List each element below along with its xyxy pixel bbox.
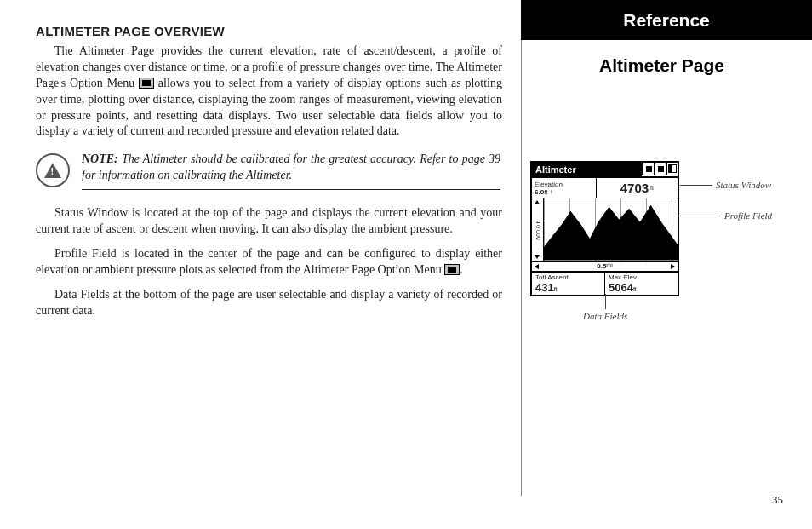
main-column: ALTIMETER PAGE OVERVIEW The Altimeter Pa… bbox=[36, 24, 521, 512]
elevation-value: 4703ft bbox=[597, 178, 678, 198]
side-title: Altimeter Page bbox=[537, 55, 786, 76]
paragraph-datafields: Data Fields at the bottom of the page ar… bbox=[36, 287, 502, 319]
callout-profile: Profile Field bbox=[724, 210, 772, 221]
device-figure: Altimeter Elevation 6.0ft ↑ 4703ft bbox=[530, 161, 780, 296]
zoom-down-icon bbox=[535, 255, 540, 259]
device-status-window: Elevation 6.0ft ↑ 4703ft bbox=[532, 178, 678, 198]
section-heading: ALTIMETER PAGE OVERVIEW bbox=[36, 24, 502, 38]
x-scale-value: 0.5mi bbox=[597, 262, 613, 270]
option-menu-icon bbox=[444, 264, 460, 275]
data-field-right: Max Elev 5064ft bbox=[605, 273, 678, 295]
scroll-right-icon bbox=[671, 264, 675, 269]
note-block: NOTE: The Altimeter should be calibrated… bbox=[36, 148, 502, 198]
y-axis-label: 600.0 ft bbox=[535, 220, 540, 239]
device-x-scale: 0.5mi bbox=[532, 262, 678, 273]
leader-line bbox=[605, 294, 606, 309]
scroll-left-icon bbox=[535, 264, 539, 269]
device-data-fields: Totl Ascent 431ft Max Elev 5064ft bbox=[532, 273, 678, 295]
tab-options-icon bbox=[654, 163, 666, 175]
reference-bar: Reference bbox=[521, 0, 812, 40]
option-menu-icon bbox=[139, 78, 154, 89]
alert-icon bbox=[36, 153, 70, 187]
note-text: NOTE: The Altimeter should be calibrated… bbox=[82, 152, 500, 190]
data-field-left: Totl Ascent 431ft bbox=[532, 273, 605, 295]
elevation-label: Elevation bbox=[535, 181, 593, 188]
side-column: Reference Altimeter Page Altimeter Eleva… bbox=[522, 24, 786, 512]
device-header: Altimeter bbox=[532, 163, 678, 178]
callout-data: Data Fields bbox=[583, 311, 627, 321]
paragraph-profile: Profile Field is located in the center o… bbox=[36, 246, 502, 279]
zoom-up-icon bbox=[535, 200, 540, 204]
page-number: 35 bbox=[772, 493, 783, 507]
paragraph-intro: The Altimeter Page provides the current … bbox=[36, 43, 502, 140]
leader-line bbox=[680, 216, 721, 216]
altimeter-device: Altimeter Elevation 6.0ft ↑ 4703ft bbox=[530, 161, 679, 296]
tab-display-icon bbox=[666, 163, 678, 175]
elevation-plot bbox=[544, 198, 678, 261]
tab-main-icon bbox=[642, 163, 654, 175]
ascent-rate: 6.0ft ↑ bbox=[535, 188, 593, 196]
paragraph-status: Status Window is located at the top of t… bbox=[36, 205, 502, 238]
leader-line bbox=[680, 185, 712, 186]
device-profile-field: 600.0 ft bbox=[532, 198, 678, 262]
callout-status: Status Window bbox=[716, 180, 771, 190]
